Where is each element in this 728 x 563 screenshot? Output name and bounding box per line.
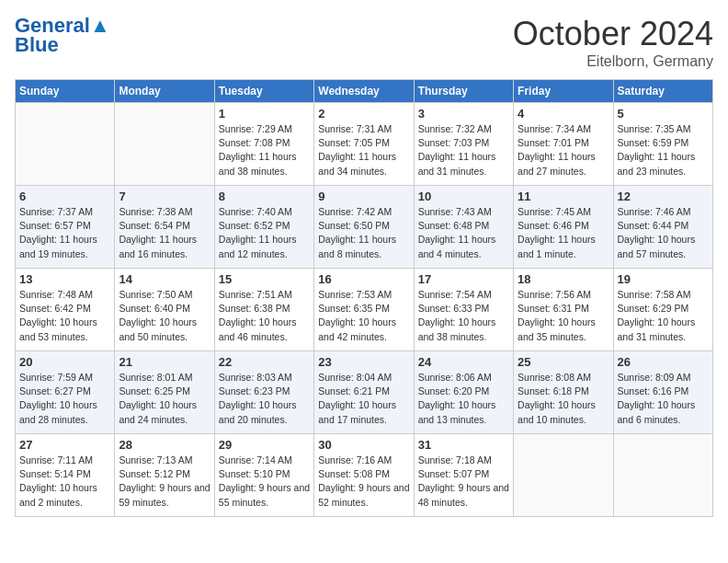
day-number: 16: [318, 272, 409, 286]
day-number: 13: [19, 272, 110, 286]
day-info: Sunrise: 8:09 AMSunset: 6:16 PMDaylight:…: [618, 371, 709, 427]
calendar-day-cell: 29Sunrise: 7:14 AMSunset: 5:10 PMDayligh…: [214, 434, 313, 517]
day-info: Sunrise: 7:16 AMSunset: 5:08 PMDaylight:…: [318, 454, 409, 510]
day-info: Sunrise: 8:04 AMSunset: 6:21 PMDaylight:…: [318, 371, 409, 427]
calendar-day-cell: [514, 434, 613, 517]
calendar-week-row: 20Sunrise: 7:59 AMSunset: 6:27 PMDayligh…: [16, 351, 713, 434]
day-number: 20: [19, 355, 110, 369]
day-number: 11: [518, 190, 609, 203]
calendar-day-cell: 24Sunrise: 8:06 AMSunset: 6:20 PMDayligh…: [414, 351, 513, 434]
calendar-day-cell: 6Sunrise: 7:37 AMSunset: 6:57 PMDaylight…: [16, 186, 115, 269]
weekday-header-saturday: Saturday: [613, 80, 712, 103]
logo: General▲ Blue: [15, 15, 110, 57]
calendar-day-cell: 16Sunrise: 7:53 AMSunset: 6:35 PMDayligh…: [314, 269, 414, 351]
day-info: Sunrise: 7:46 AMSunset: 6:44 PMDaylight:…: [618, 205, 709, 261]
day-info: Sunrise: 7:13 AMSunset: 5:12 PMDaylight:…: [119, 454, 210, 510]
calendar-day-cell: 18Sunrise: 7:56 AMSunset: 6:31 PMDayligh…: [514, 269, 613, 351]
calendar-day-cell: 27Sunrise: 7:11 AMSunset: 5:14 PMDayligh…: [16, 434, 115, 517]
day-info: Sunrise: 7:54 AMSunset: 6:33 PMDaylight:…: [418, 288, 509, 344]
day-info: Sunrise: 7:58 AMSunset: 6:29 PMDaylight:…: [618, 288, 709, 344]
calendar-day-cell: 22Sunrise: 8:03 AMSunset: 6:23 PMDayligh…: [214, 351, 313, 434]
day-number: 23: [318, 355, 409, 369]
calendar-day-cell: 13Sunrise: 7:48 AMSunset: 6:42 PMDayligh…: [16, 269, 115, 351]
calendar-day-cell: 15Sunrise: 7:51 AMSunset: 6:38 PMDayligh…: [214, 269, 313, 351]
day-info: Sunrise: 7:50 AMSunset: 6:40 PMDaylight:…: [119, 288, 210, 344]
day-number: 7: [119, 190, 210, 203]
calendar-day-cell: 3Sunrise: 7:32 AMSunset: 7:03 PMDaylight…: [414, 103, 513, 186]
day-number: 10: [418, 190, 509, 203]
calendar-day-cell: 7Sunrise: 7:38 AMSunset: 6:54 PMDaylight…: [115, 186, 214, 269]
day-number: 21: [119, 355, 210, 369]
day-info: Sunrise: 7:40 AMSunset: 6:52 PMDaylight:…: [219, 205, 310, 261]
calendar-day-cell: 14Sunrise: 7:50 AMSunset: 6:40 PMDayligh…: [115, 269, 214, 351]
calendar-day-cell: 17Sunrise: 7:54 AMSunset: 6:33 PMDayligh…: [414, 269, 513, 351]
day-info: Sunrise: 7:42 AMSunset: 6:50 PMDaylight:…: [318, 205, 409, 261]
day-number: 19: [618, 272, 709, 286]
day-info: Sunrise: 8:01 AMSunset: 6:25 PMDaylight:…: [119, 371, 210, 427]
day-number: 3: [418, 107, 509, 121]
day-info: Sunrise: 7:59 AMSunset: 6:27 PMDaylight:…: [19, 371, 110, 427]
weekday-header-wednesday: Wednesday: [314, 80, 414, 103]
day-number: 15: [219, 272, 310, 286]
day-number: 8: [219, 190, 310, 203]
page-header: General▲ Blue October 2024 Eitelborn, Ge…: [15, 15, 713, 70]
calendar-day-cell: 20Sunrise: 7:59 AMSunset: 6:27 PMDayligh…: [16, 351, 115, 434]
calendar-day-cell: [115, 103, 214, 186]
calendar-day-cell: 5Sunrise: 7:35 AMSunset: 6:59 PMDaylight…: [613, 103, 712, 186]
calendar-day-cell: 25Sunrise: 8:08 AMSunset: 6:18 PMDayligh…: [514, 351, 613, 434]
calendar-day-cell: 26Sunrise: 8:09 AMSunset: 6:16 PMDayligh…: [613, 351, 712, 434]
calendar-day-cell: 4Sunrise: 7:34 AMSunset: 7:01 PMDaylight…: [514, 103, 613, 186]
day-info: Sunrise: 7:56 AMSunset: 6:31 PMDaylight:…: [518, 288, 609, 344]
day-number: 28: [119, 438, 210, 452]
day-number: 4: [518, 107, 609, 121]
calendar-day-cell: 23Sunrise: 8:04 AMSunset: 6:21 PMDayligh…: [314, 351, 414, 434]
month-title: October 2024: [513, 15, 713, 53]
day-number: 29: [219, 438, 310, 452]
day-number: 9: [318, 190, 409, 203]
weekday-header-monday: Monday: [115, 80, 214, 103]
weekday-header-sunday: Sunday: [16, 80, 115, 103]
calendar-week-row: 1Sunrise: 7:29 AMSunset: 7:08 PMDaylight…: [16, 103, 713, 186]
calendar-day-cell: 1Sunrise: 7:29 AMSunset: 7:08 PMDaylight…: [214, 103, 313, 186]
day-info: Sunrise: 7:48 AMSunset: 6:42 PMDaylight:…: [19, 288, 110, 344]
calendar-table: SundayMondayTuesdayWednesdayThursdayFrid…: [15, 79, 713, 517]
day-number: 30: [318, 438, 409, 452]
day-info: Sunrise: 7:38 AMSunset: 6:54 PMDaylight:…: [119, 205, 210, 261]
day-number: 31: [418, 438, 509, 452]
day-info: Sunrise: 7:32 AMSunset: 7:03 PMDaylight:…: [418, 122, 509, 178]
calendar-day-cell: 30Sunrise: 7:16 AMSunset: 5:08 PMDayligh…: [314, 434, 414, 517]
title-block: October 2024 Eitelborn, Germany: [513, 15, 713, 70]
calendar-day-cell: 11Sunrise: 7:45 AMSunset: 6:46 PMDayligh…: [514, 186, 613, 269]
day-number: 22: [219, 355, 310, 369]
calendar-day-cell: 31Sunrise: 7:18 AMSunset: 5:07 PMDayligh…: [414, 434, 513, 517]
day-info: Sunrise: 7:14 AMSunset: 5:10 PMDaylight:…: [219, 454, 310, 510]
calendar-week-row: 13Sunrise: 7:48 AMSunset: 6:42 PMDayligh…: [16, 269, 713, 351]
day-number: 27: [19, 438, 110, 452]
day-number: 25: [518, 355, 609, 369]
day-info: Sunrise: 7:35 AMSunset: 6:59 PMDaylight:…: [618, 122, 709, 178]
calendar-day-cell: [613, 434, 712, 517]
day-number: 24: [418, 355, 509, 369]
day-info: Sunrise: 7:37 AMSunset: 6:57 PMDaylight:…: [19, 205, 110, 261]
weekday-header-thursday: Thursday: [414, 80, 513, 103]
day-info: Sunrise: 7:43 AMSunset: 6:48 PMDaylight:…: [418, 205, 509, 261]
logo-blue: Blue: [15, 33, 59, 57]
calendar-day-cell: [16, 103, 115, 186]
location-title: Eitelborn, Germany: [513, 53, 713, 70]
day-number: 12: [618, 190, 709, 203]
day-info: Sunrise: 7:29 AMSunset: 7:08 PMDaylight:…: [219, 122, 310, 178]
day-info: Sunrise: 8:06 AMSunset: 6:20 PMDaylight:…: [418, 371, 509, 427]
calendar-day-cell: 28Sunrise: 7:13 AMSunset: 5:12 PMDayligh…: [115, 434, 214, 517]
calendar-week-row: 6Sunrise: 7:37 AMSunset: 6:57 PMDaylight…: [16, 186, 713, 269]
day-info: Sunrise: 7:18 AMSunset: 5:07 PMDaylight:…: [418, 454, 509, 510]
day-info: Sunrise: 7:51 AMSunset: 6:38 PMDaylight:…: [219, 288, 310, 344]
day-number: 17: [418, 272, 509, 286]
day-number: 26: [618, 355, 709, 369]
day-number: 2: [318, 107, 409, 121]
day-number: 6: [19, 190, 110, 203]
calendar-week-row: 27Sunrise: 7:11 AMSunset: 5:14 PMDayligh…: [16, 434, 713, 517]
calendar-day-cell: 9Sunrise: 7:42 AMSunset: 6:50 PMDaylight…: [314, 186, 414, 269]
calendar-day-cell: 12Sunrise: 7:46 AMSunset: 6:44 PMDayligh…: [613, 186, 712, 269]
calendar-day-cell: 10Sunrise: 7:43 AMSunset: 6:48 PMDayligh…: [414, 186, 513, 269]
day-info: Sunrise: 7:34 AMSunset: 7:01 PMDaylight:…: [518, 122, 609, 178]
